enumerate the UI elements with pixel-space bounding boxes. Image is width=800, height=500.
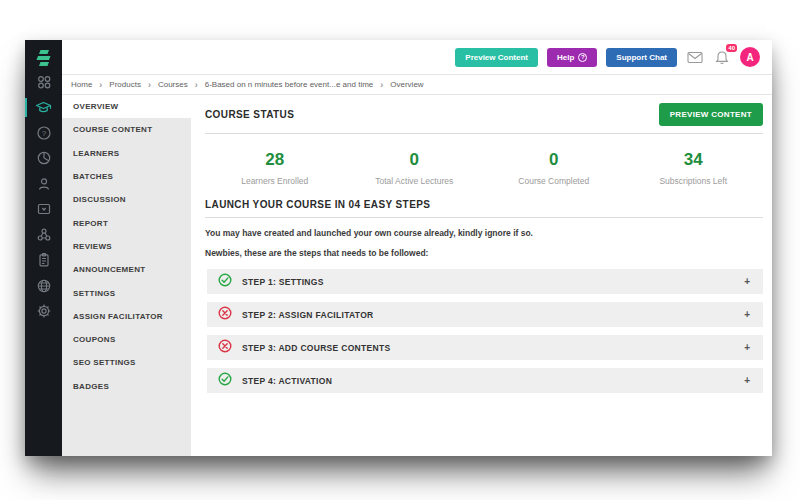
menu-item-learners[interactable]: LEARNERS <box>62 142 191 165</box>
menu-item-report[interactable]: REPORT <box>62 211 191 234</box>
step-label: STEP 2: ASSIGN FACILITATOR <box>242 310 744 320</box>
notification-count-badge: 40 <box>726 44 737 52</box>
help-circle-icon[interactable]: ? <box>25 120 62 146</box>
divider <box>205 217 763 218</box>
stat-value: 0 <box>484 150 624 170</box>
preview-content-button-main[interactable]: PREVIEW CONTENT <box>659 103 763 126</box>
mail-icon[interactable] <box>686 49 704 65</box>
stat-value: 28 <box>205 150 345 170</box>
globe-icon[interactable] <box>25 273 62 299</box>
stat-value: 34 <box>624 150 764 170</box>
course-stats: 28 Learners Enrolled 0 Total Active Lect… <box>205 150 763 186</box>
pie-chart-icon[interactable] <box>25 146 62 172</box>
svg-text:?: ? <box>41 129 46 138</box>
step-label: STEP 1: SETTINGS <box>242 277 744 287</box>
preview-content-button[interactable]: Preview Content <box>455 48 538 67</box>
menu-item-announcement[interactable]: ANNOUNCEMENT <box>62 258 191 281</box>
step-label: STEP 4: ACTIVATION <box>242 376 744 386</box>
support-chat-label: Support Chat <box>616 53 667 62</box>
menu-item-batches[interactable]: BATCHES <box>62 165 191 188</box>
launch-steps: STEP 1: SETTINGS + STEP 2: ASSIGN FACILI… <box>205 269 763 393</box>
support-chat-button[interactable]: Support Chat <box>606 48 677 67</box>
expand-plus-icon[interactable]: + <box>744 375 750 386</box>
main-content: COURSE STATUS PREVIEW CONTENT 28 Learner… <box>191 95 772 456</box>
expand-plus-icon[interactable]: + <box>744 276 750 287</box>
stat-learners-enrolled: 28 Learners Enrolled <box>205 150 345 186</box>
stat-label: Course Completed <box>484 176 624 186</box>
breadcrumb: Home › Products › Courses › 6-Based on n… <box>62 74 772 95</box>
menu-item-settings[interactable]: SETTINGS <box>62 281 191 304</box>
icon-rail: ? <box>25 40 62 456</box>
step-2-assign-facilitator[interactable]: STEP 2: ASSIGN FACILITATOR + <box>207 302 763 327</box>
menu-item-assign-facilitator[interactable]: ASSIGN FACILITATOR <box>62 305 191 328</box>
launch-note-1: You may have created and launched your o… <box>205 228 763 238</box>
app-window: ? <box>25 40 772 456</box>
gear-icon[interactable] <box>25 299 62 325</box>
chevron-right-icon: › <box>148 80 151 90</box>
help-button[interactable]: Help? <box>547 48 597 67</box>
launch-note-2: Newbies, these are the steps that needs … <box>205 248 763 258</box>
menu-item-seo-settings[interactable]: SEO SETTINGS <box>62 351 191 374</box>
notifications-bell-icon[interactable]: 40 <box>713 49 731 65</box>
brand-logo-icon <box>34 47 54 69</box>
x-circle-icon <box>218 306 232 324</box>
menu-item-badges[interactable]: BADGES <box>62 375 191 398</box>
stat-subscriptions-left: 34 Subscriptions Left <box>624 150 764 186</box>
breadcrumb-overview[interactable]: Overview <box>390 80 423 89</box>
question-circle-icon: ? <box>578 53 587 62</box>
expand-plus-icon[interactable]: + <box>744 342 750 353</box>
x-circle-icon <box>218 339 232 357</box>
step-1-settings[interactable]: STEP 1: SETTINGS + <box>207 269 763 294</box>
chevron-right-icon: › <box>195 80 198 90</box>
media-card-icon[interactable] <box>25 197 62 223</box>
apps-grid-icon[interactable] <box>25 69 62 95</box>
stat-label: Total Active Lectures <box>345 176 485 186</box>
step-3-add-course-contents[interactable]: STEP 3: ADD COURSE CONTENTS + <box>207 335 763 360</box>
share-nodes-icon[interactable] <box>25 222 62 248</box>
graduation-cap-icon[interactable] <box>25 95 62 121</box>
check-circle-icon <box>218 273 232 291</box>
chevron-right-icon: › <box>380 80 383 90</box>
clipboard-icon[interactable] <box>25 248 62 274</box>
expand-plus-icon[interactable]: + <box>744 309 750 320</box>
stat-label: Subscriptions Left <box>624 176 764 186</box>
course-status-title: COURSE STATUS <box>205 109 294 120</box>
menu-item-discussion[interactable]: DISCUSSION <box>62 188 191 211</box>
breadcrumb-home[interactable]: Home <box>71 80 92 89</box>
user-icon[interactable] <box>25 171 62 197</box>
chevron-right-icon: › <box>99 80 102 90</box>
menu-item-coupons[interactable]: COUPONS <box>62 328 191 351</box>
divider <box>205 133 763 134</box>
breadcrumb-courses[interactable]: Courses <box>158 80 188 89</box>
step-4-activation[interactable]: STEP 4: ACTIVATION + <box>207 368 763 393</box>
course-menu: OVERVIEW COURSE CONTENT LEARNERS BATCHES… <box>62 95 191 456</box>
stat-label: Learners Enrolled <box>205 176 345 186</box>
menu-item-course-content[interactable]: COURSE CONTENT <box>62 118 191 141</box>
menu-item-overview[interactable]: OVERVIEW <box>62 95 191 118</box>
step-label: STEP 3: ADD COURSE CONTENTS <box>242 343 744 353</box>
check-circle-icon <box>218 372 232 390</box>
launch-steps-title: LAUNCH YOUR COURSE IN 04 EASY STEPS <box>205 199 430 210</box>
breadcrumb-course-title[interactable]: 6-Based on n minutes before event...e an… <box>205 80 374 89</box>
avatar[interactable]: A <box>740 47 760 67</box>
stat-course-completed: 0 Course Completed <box>484 150 624 186</box>
preview-content-label: Preview Content <box>465 53 528 62</box>
menu-item-reviews[interactable]: REVIEWS <box>62 235 191 258</box>
stat-total-active-lectures: 0 Total Active Lectures <box>345 150 485 186</box>
stat-value: 0 <box>345 150 485 170</box>
breadcrumb-products[interactable]: Products <box>109 80 141 89</box>
help-label: Help <box>557 53 574 62</box>
top-bar: Preview Content Help? Support Chat 40 A <box>62 40 772 74</box>
